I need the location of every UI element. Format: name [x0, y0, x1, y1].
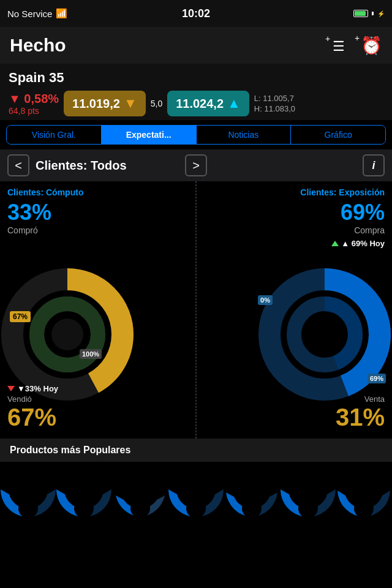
- popular-label: Productos más Populares: [10, 445, 130, 455]
- chevron-left-icon: <: [15, 159, 22, 173]
- battery-tip: [372, 12, 374, 15]
- stock-info: Spain 35 ▼ 0,58% 64,8 pts 11.019,2 ▼ 5,0…: [0, 64, 392, 120]
- left-chart-title: Clientes: Cómputo: [7, 187, 188, 197]
- mini-donut-1: [1, 483, 56, 517]
- mini-donut-2: [56, 483, 111, 517]
- change-pts: 64,8 pts: [9, 106, 59, 116]
- alarm-icon: + ⏰: [355, 36, 382, 56]
- svg-point-13: [186, 499, 206, 517]
- mini-donut-6: [281, 483, 336, 517]
- chevron-right-icon: >: [192, 159, 200, 173]
- right-chart-panel: Clientes: Exposición 69% Compra ▲ 69% Ho…: [196, 181, 392, 439]
- label-0: 0%: [258, 295, 273, 305]
- badge-69-hoy: ▲ 69% Hoy: [203, 238, 385, 249]
- venta-label: Venta: [336, 394, 385, 404]
- popular-bar: Productos más Populares: [0, 439, 392, 462]
- right-label-top: Compra: [203, 225, 385, 235]
- vendio-label: Vendió: [7, 394, 58, 404]
- battery-icon: [353, 10, 368, 17]
- time-label: 10:02: [182, 7, 210, 20]
- label-67: 67%: [10, 311, 31, 322]
- left-label-top: Compró: [7, 225, 188, 235]
- bottom-left-labels: ▼33% Hoy Vendió 67%: [7, 384, 58, 431]
- add-alarm-button[interactable]: + ⏰: [355, 36, 382, 56]
- app-header: Hecho + ☰ + ⏰: [0, 27, 392, 64]
- plus-list-icon: + ☰: [325, 36, 342, 55]
- mini-donut-3: [113, 483, 168, 517]
- label-100: 100%: [80, 349, 102, 359]
- app-title: Hecho: [10, 35, 66, 56]
- price-high-label: H: 11.083,0: [254, 104, 295, 113]
- tab-grafico[interactable]: Gráfico: [291, 126, 385, 144]
- info-button[interactable]: i: [363, 154, 385, 176]
- right-donut-chart: [251, 261, 392, 408]
- mini-donut-7: [336, 483, 391, 517]
- right-hoy-badge: ▲ 69% Hoy: [341, 239, 385, 248]
- svg-point-16: [354, 499, 374, 517]
- left-pct-top: 33%: [7, 200, 188, 225]
- price-teal-button[interactable]: 11.024,2 ▲: [167, 91, 249, 116]
- mini-donut-5: [224, 483, 279, 517]
- tabs-row: Visión Gral. Expectati... Noticias Gráfi…: [6, 125, 386, 145]
- triangle-down-icon: [7, 386, 15, 391]
- svg-point-9: [309, 318, 341, 350]
- wifi-icon: 📶: [56, 8, 67, 19]
- signal-label: No Service: [7, 9, 52, 19]
- svg-point-11: [74, 499, 94, 517]
- right-chart-title: Clientes: Exposición: [203, 187, 385, 197]
- badge-33-hoy: ▼33% Hoy: [17, 384, 58, 393]
- tab-noticias[interactable]: Noticias: [197, 126, 292, 144]
- mini-chart-6: [280, 483, 336, 517]
- svg-point-10: [18, 499, 38, 517]
- mini-chart-4: [168, 483, 224, 517]
- svg-point-12: [130, 499, 150, 517]
- label-69: 69%: [368, 374, 386, 383]
- status-bar: No Service 📶 10:02 ⚡: [0, 0, 392, 27]
- nav-prev-button[interactable]: <: [7, 154, 29, 176]
- lightning-icon: ⚡: [377, 10, 385, 17]
- arrow-up-icon: ▲: [227, 96, 241, 111]
- arrow-down-icon: ▼: [124, 96, 137, 111]
- mini-donut-4: [168, 483, 224, 517]
- mini-charts: [0, 462, 392, 523]
- svg-point-4: [51, 318, 83, 350]
- info-icon: i: [372, 159, 375, 172]
- triangle-up-icon: [331, 241, 339, 246]
- price-mid: 5,0: [151, 99, 162, 108]
- mini-chart-3: [112, 483, 168, 517]
- tab-expectativas[interactable]: Expectati...: [102, 126, 197, 144]
- nav-next-button[interactable]: >: [185, 154, 207, 176]
- chart-area: Clientes: Cómputo 33% Compró 67% 100% ▼3…: [0, 181, 392, 439]
- tab-vision[interactable]: Visión Gral.: [7, 126, 102, 144]
- mini-chart-5: [224, 483, 280, 517]
- left-pct-bottom: 67%: [7, 404, 58, 431]
- svg-point-14: [242, 499, 262, 517]
- left-chart-panel: Clientes: Cómputo 33% Compró 67% 100% ▼3…: [0, 181, 196, 439]
- stock-name: Spain 35: [9, 70, 383, 86]
- mini-chart-7: [336, 483, 392, 517]
- right-pct-top: 69%: [203, 200, 385, 225]
- mini-chart-2: [56, 483, 111, 517]
- mini-chart-1: [0, 483, 56, 517]
- change-pct: ▼ 0,58%: [9, 92, 59, 106]
- price-teal-value: 11.024,2: [176, 97, 224, 111]
- price-gold-button[interactable]: 11.019,2 ▼: [64, 91, 146, 116]
- nav-title: Clientes: Todos: [36, 159, 179, 173]
- bottom-right-labels: Venta 31%: [336, 394, 385, 431]
- price-gold-value: 11.019,2: [72, 97, 120, 111]
- right-pct-bottom: 31%: [336, 404, 385, 431]
- price-low-label: L: 11.005,7: [254, 94, 295, 103]
- svg-point-15: [298, 499, 318, 517]
- nav-row: < Clientes: Todos > i: [0, 149, 392, 181]
- add-list-button[interactable]: + ☰: [325, 36, 342, 55]
